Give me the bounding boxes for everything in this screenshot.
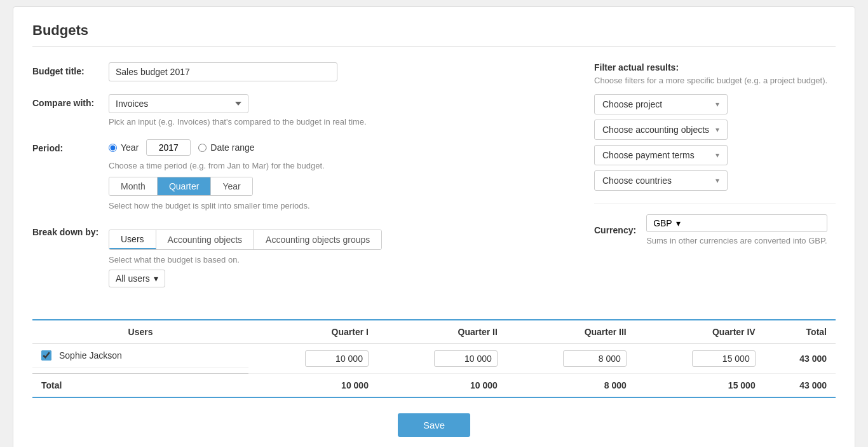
choose-project-btn[interactable]: Choose project ▾ <box>594 94 728 114</box>
table-header-row: Users Quarter I Quarter II Quarter III Q… <box>32 320 836 344</box>
compare-with-row: Compare with: Invoices Pick an input (e.… <box>32 94 569 127</box>
choose-countries-chevron: ▾ <box>715 176 719 185</box>
date-range-radio[interactable] <box>198 144 207 152</box>
choose-payment-terms-chevron: ▾ <box>715 151 719 160</box>
year-radio[interactable] <box>109 144 117 152</box>
tab-quarter[interactable]: Quarter <box>158 177 211 195</box>
total-grand: 43 000 <box>764 374 836 398</box>
breakdown-btn-accounting-objects[interactable]: Accounting objects <box>156 230 255 249</box>
q3-input[interactable] <box>563 350 627 367</box>
period-options: Year Date range <box>109 139 569 156</box>
q1-input[interactable] <box>305 350 369 367</box>
choose-accounting-objects-label: Choose accounting objects <box>602 125 709 135</box>
user-cell: Sophie Jackson <box>32 344 248 368</box>
date-range-radio-label[interactable]: Date range <box>198 142 254 153</box>
total-q2: 10 000 <box>377 374 506 398</box>
total-label: Total <box>32 374 248 398</box>
tab-year[interactable]: Year <box>211 177 252 195</box>
budget-title-input[interactable] <box>109 62 337 81</box>
period-content: Year Date range Choose a time period (e.… <box>109 139 569 210</box>
col-header-users: Users <box>32 320 248 344</box>
tab-month[interactable]: Month <box>109 177 158 195</box>
breakdown-label: Break down by: <box>32 223 109 237</box>
compare-with-hint: Pick an input (e.g. Invoices) that's com… <box>109 117 569 127</box>
q2-cell <box>377 344 506 374</box>
user-checkbox-cell: Sophie Jackson <box>41 350 122 361</box>
currency-section: GBP ▾ Sums in other currencies are conve… <box>646 214 827 245</box>
breakdown-tab-group: Users Accounting objects Accounting obje… <box>109 230 382 250</box>
total-cell: 43 000 <box>764 344 836 374</box>
total-row: Total 10 000 10 000 8 000 15 000 43 000 <box>32 374 836 398</box>
breakdown-row: Break down by: Users Accounting objects … <box>32 223 569 287</box>
choose-project-chevron: ▾ <box>715 100 719 109</box>
all-users-dropdown[interactable]: All users ▾ <box>109 270 165 287</box>
table-section: Users Quarter I Quarter II Quarter III Q… <box>32 319 836 398</box>
save-button[interactable]: Save <box>398 413 470 437</box>
currency-hint: Sums in other currencies are converted i… <box>646 236 827 245</box>
total-q4: 15 000 <box>635 374 764 398</box>
period-label: Period: <box>32 139 109 153</box>
q2-input[interactable] <box>434 350 498 367</box>
budget-title-content <box>109 62 569 81</box>
left-panel: Budget title: Compare with: Invoices Pic… <box>32 62 569 300</box>
user-name: Sophie Jackson <box>59 350 122 361</box>
year-radio-label[interactable]: Year <box>109 142 139 153</box>
col-header-q1: Quarter I <box>248 320 377 344</box>
choose-payment-terms-label: Choose payment terms <box>602 150 695 160</box>
main-layout: Budget title: Compare with: Invoices Pic… <box>32 62 836 300</box>
filter-section: Filter actual results: Choose filters fo… <box>594 62 836 191</box>
budget-table: Users Quarter I Quarter II Quarter III Q… <box>32 320 836 398</box>
year-input[interactable] <box>146 139 191 156</box>
right-panel: Filter actual results: Choose filters fo… <box>594 62 836 300</box>
total-q3: 8 000 <box>506 374 635 398</box>
user-row-checkbox[interactable] <box>41 350 51 361</box>
budget-title-label: Budget title: <box>32 62 109 76</box>
currency-label: Currency: <box>594 225 636 235</box>
col-header-q2: Quarter II <box>377 320 506 344</box>
total-q1: 10 000 <box>248 374 377 398</box>
choose-accounting-objects-btn[interactable]: Choose accounting objects ▾ <box>594 120 728 140</box>
breakdown-btn-accounting-objects-groups[interactable]: Accounting objects groups <box>254 230 381 249</box>
date-range-text: Date range <box>210 142 254 153</box>
table-row: Sophie Jackson 43 000 <box>32 344 836 374</box>
period-tab-hint: Select how the budget is split into smal… <box>109 201 569 210</box>
q3-cell <box>506 344 635 374</box>
year-radio-text: Year <box>121 142 139 153</box>
compare-with-content: Invoices Pick an input (e.g. Invoices) t… <box>109 94 569 127</box>
col-header-q3: Quarter III <box>506 320 635 344</box>
currency-chevron: ▾ <box>676 218 681 228</box>
col-header-total: Total <box>764 320 836 344</box>
all-users-chevron: ▾ <box>154 273 158 284</box>
choose-accounting-objects-chevron: ▾ <box>715 125 719 134</box>
breakdown-hint: Select what the budget is based on. <box>109 255 569 265</box>
q4-cell <box>635 344 764 374</box>
currency-value: GBP <box>653 218 672 228</box>
filter-description: Choose filters for a more specific budge… <box>594 75 836 86</box>
breakdown-btn-users[interactable]: Users <box>109 230 156 249</box>
choose-payment-terms-btn[interactable]: Choose payment terms ▾ <box>594 145 728 165</box>
compare-with-label: Compare with: <box>32 94 109 108</box>
all-users-label: All users <box>116 273 150 284</box>
filter-title: Filter actual results: <box>594 62 836 72</box>
save-section: Save <box>32 413 836 437</box>
q4-input[interactable] <box>692 350 756 367</box>
col-header-q4: Quarter IV <box>635 320 764 344</box>
compare-with-select[interactable]: Invoices <box>109 94 248 113</box>
q1-cell <box>248 344 377 374</box>
choose-countries-btn[interactable]: Choose countries ▾ <box>594 170 728 191</box>
page-title: Budgets <box>32 22 836 47</box>
choose-countries-label: Choose countries <box>602 175 672 186</box>
period-tab-group: Month Quarter Year <box>109 177 253 196</box>
page-container: Budgets Budget title: Compare with: Invo… <box>13 6 855 447</box>
breakdown-content: Users Accounting objects Accounting obje… <box>109 223 569 287</box>
currency-select[interactable]: GBP ▾ <box>646 214 827 232</box>
currency-row: Currency: GBP ▾ Sums in other currencies… <box>594 203 836 245</box>
budget-title-row: Budget title: <box>32 62 569 81</box>
period-hint: Choose a time period (e.g. from Jan to M… <box>109 161 569 170</box>
choose-project-label: Choose project <box>602 99 662 109</box>
period-row: Period: Year Date range Choose a tim <box>32 139 569 210</box>
